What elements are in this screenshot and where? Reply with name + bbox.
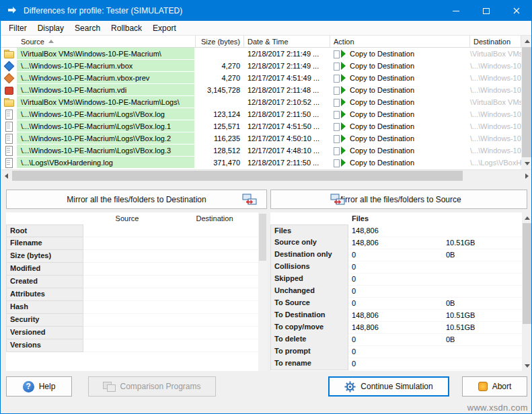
mirror-to-source-label: Mirror all the files/folders to Source	[336, 195, 461, 204]
diff-row[interactable]: \...\Windows-10-PE-Macrium\Logs\VBox.log…	[1, 144, 521, 157]
properties-header-blank	[6, 212, 83, 224]
scroll-up-button[interactable]	[522, 212, 532, 223]
table-vertical-scrollbar[interactable]	[521, 36, 532, 169]
statistics-scroll-thumb[interactable]	[523, 223, 532, 324]
titlebar[interactable]: Differences for profile: Tester (SIMULAT…	[1, 1, 531, 21]
continue-simulation-button[interactable]: Continue Simulation	[328, 376, 449, 397]
scroll-down-button[interactable]	[522, 360, 532, 371]
scroll-right-button[interactable]	[521, 170, 532, 181]
property-label: Size (bytes)	[6, 250, 83, 263]
statistic-label: To rename	[270, 358, 348, 370]
property-label: Security	[6, 314, 83, 327]
folder-icon	[3, 48, 14, 59]
log-icon	[3, 157, 14, 168]
mirror-to-destination-label: Mirror all the files/folders to Destinat…	[67, 195, 206, 204]
mirror-to-destination-button[interactable]: Mirror all the files/folders to Destinat…	[6, 190, 267, 209]
help-button[interactable]: ? Help	[6, 376, 72, 397]
destination-path: \VirtualBox VMs	[467, 48, 521, 60]
statistics-row: To rename 0	[270, 358, 522, 370]
action-label: Copy to Destination	[350, 84, 414, 96]
date-time: 12/17/2017 4:48:10 ...	[244, 144, 330, 157]
property-destination-value	[171, 314, 258, 327]
property-label: Root	[6, 224, 83, 237]
property-destination-value	[171, 237, 258, 250]
close-button[interactable]	[501, 1, 531, 21]
diff-row[interactable]: \...\Windows-10-PE-Macrium\Logs\VBox.log…	[1, 108, 521, 120]
minimize-button[interactable]	[441, 1, 471, 21]
column-header-destination[interactable]: Destination	[470, 36, 521, 47]
statistics-scrollbar[interactable]	[522, 212, 532, 371]
column-header-source[interactable]: Source	[1, 36, 196, 47]
source-path: \...\Windows-10-PE-Macrium\Logs\VBox.log…	[17, 120, 196, 132]
statistic-label: To Destination	[270, 309, 348, 322]
arrow-right-icon	[525, 173, 529, 179]
property-source-value	[83, 237, 171, 250]
scroll-left-button[interactable]	[1, 170, 12, 181]
file-size: 125,571	[196, 120, 244, 132]
maximize-icon	[483, 8, 490, 14]
statistics-row: Destination only 0 0B	[270, 249, 522, 261]
properties-scroll-thumb[interactable]	[259, 214, 266, 261]
file-size: 123,124	[196, 108, 244, 120]
column-header-action[interactable]: Action	[330, 36, 470, 47]
file-properties-panel: Source Destination Root Filename Size (	[6, 212, 258, 371]
statistic-size: 10.51GB	[443, 237, 522, 249]
statistics-row: Files 148,806	[270, 224, 522, 237]
statistics-row: To Source 0 0B	[270, 297, 522, 309]
menu-item[interactable]: Search	[69, 22, 106, 35]
property-label: Hash	[6, 301, 83, 314]
mirror-to-source-button[interactable]: Mirror all the files/folders to Source	[270, 190, 527, 209]
table-horizontal-scrollbar[interactable]	[1, 169, 532, 181]
statistic-count: 0	[348, 345, 443, 358]
source-path: \...\Windows-10-PE-Macrium\Logs\VBox.log…	[17, 144, 196, 157]
diff-row[interactable]: \...\Logs\VBoxHardening.log 371,470 12/1…	[1, 157, 521, 169]
property-row: Size (bytes)	[6, 250, 258, 263]
source-path: \...\Logs\VBoxHardening.log	[17, 157, 196, 169]
menu-item[interactable]: Filter	[3, 22, 32, 35]
copy-to-destination-icon	[333, 122, 347, 131]
menu-item[interactable]: Export	[147, 22, 182, 35]
close-icon	[513, 7, 520, 14]
diff-row[interactable]: \...\Windows-10-PE-Macrium.vbox 4,270 12…	[1, 60, 521, 72]
properties-scrollbar[interactable]	[258, 212, 267, 371]
diff-row[interactable]: \...\Windows-10-PE-Macrium\Logs\VBox.log…	[1, 132, 521, 144]
scroll-down-button[interactable]	[521, 158, 532, 169]
source-path: \VirtualBox VMs\Windows-10-PE-Macrium\Lo…	[17, 96, 196, 108]
diff-row[interactable]: \...\Windows-10-PE-Macrium.vdi 3,145,728…	[1, 84, 521, 96]
destination-path: \...\Windows-10	[467, 120, 521, 132]
property-label: Attributes	[6, 288, 83, 301]
property-source-value	[83, 301, 171, 314]
statistic-label: Unchanged	[270, 285, 348, 298]
menu-item[interactable]: Display	[32, 22, 69, 35]
diff-row[interactable]: \...\Windows-10-PE-Macrium.vbox-prev 4,2…	[1, 72, 521, 84]
scroll-up-button[interactable]	[521, 36, 532, 47]
property-row: Security	[6, 314, 258, 327]
property-row: Attributes	[6, 288, 258, 301]
statistic-size: 0B	[443, 249, 522, 261]
table-header: Source Size (bytes) Date & Time Action D…	[1, 36, 521, 48]
horizontal-scroll-thumb[interactable]	[12, 171, 463, 181]
menu-item[interactable]: Rollback	[106, 22, 147, 35]
maximize-button[interactable]	[471, 1, 501, 21]
date-time: 12/17/2017 4:50:10 ...	[244, 132, 330, 144]
column-header-datetime[interactable]: Date & Time	[244, 36, 330, 47]
comparison-programs-label: Comparison Programs	[120, 382, 200, 391]
vertical-scroll-thumb[interactable]	[522, 47, 532, 157]
arrow-down-icon	[525, 364, 530, 368]
minimize-icon	[453, 11, 459, 11]
diff-row[interactable]: \VirtualBox VMs\Windows-10-PE-Macrium\ 1…	[1, 48, 521, 60]
log-icon	[3, 109, 14, 120]
diff-row[interactable]: \...\Windows-10-PE-Macrium\Logs\VBox.log…	[1, 120, 521, 132]
statistic-count: 0	[348, 285, 443, 298]
action-label: Copy to Destination	[350, 72, 414, 84]
help-icon: ?	[23, 381, 34, 392]
copy-to-destination-icon	[333, 74, 347, 83]
file-size: 116,235	[196, 132, 244, 144]
window-title: Differences for profile: Tester (SIMULAT…	[24, 6, 182, 15]
abort-button[interactable]: Abort	[462, 376, 527, 397]
statistic-size: 0B	[443, 297, 522, 310]
diff-row[interactable]: \VirtualBox VMs\Windows-10-PE-Macrium\Lo…	[1, 96, 521, 108]
column-header-size[interactable]: Size (bytes)	[196, 36, 244, 47]
statistics-header-blank2	[443, 212, 522, 224]
destination-path: \...\Logs\VBoxH	[467, 157, 521, 169]
